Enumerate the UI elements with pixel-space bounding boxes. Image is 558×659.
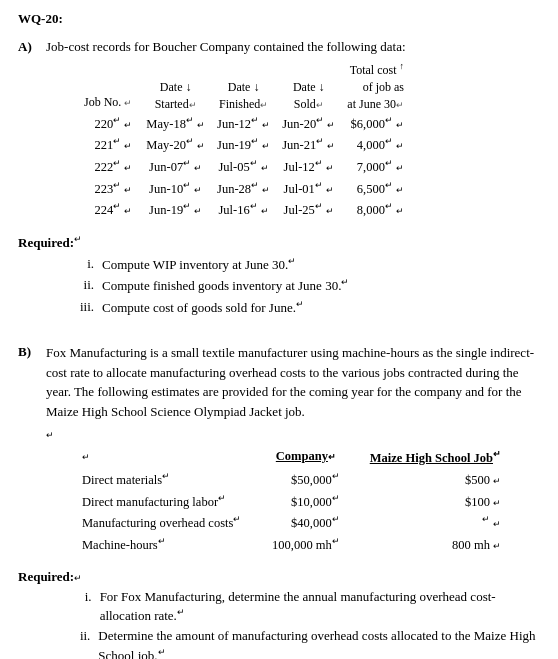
col-jobno: Job No. ↵ [84, 95, 132, 109]
table-row: 223↵ ↵ Jun-10↵ ↵ Jun-28↵ ↵ Jul-01↵ ↵ 6,5… [78, 178, 410, 200]
table-row: Manufacturing overhead costs↵ $40,000↵ ↵… [78, 512, 511, 534]
required-1-label: Required:↵ [18, 233, 540, 253]
table-row: 221↵ ↵ May-20↵ ↵ Jun-19↵ ↵ Jun-21↵ ↵ 4,0… [78, 134, 410, 156]
col-totalcost: at June 30↵ [347, 97, 404, 111]
col-sold: Sold↵ [294, 97, 324, 111]
required-2-label: Required:↵ [18, 568, 540, 586]
table-row: Direct manufacturing labor↵ $10,000↵ $10… [78, 491, 511, 513]
list-item: ii.Determine the amount of manufacturing… [66, 627, 540, 659]
section-a-label: A) [18, 38, 46, 56]
table-row: 222↵ ↵ Jun-07↵ ↵ Jul-05↵ ↵ Jul-12↵ ↵ 7,0… [78, 156, 410, 178]
table-row: 224↵ ↵ Jun-19↵ ↵ Jul-16↵ ↵ Jul-25↵ ↵ 8,0… [78, 199, 410, 221]
list-item: i.For Fox Manufacturing, determine the a… [66, 588, 540, 626]
col-company: Company [276, 449, 328, 463]
required-1-list: i.Compute WIP inventory at June 30.↵ii.C… [66, 255, 540, 318]
col-finished: Finished↵ [219, 97, 268, 111]
table-row: Direct materials↵ $50,000↵ $500 ↵ [78, 469, 511, 491]
table-row: 220↵ ↵ May-18↵ ↵ Jun-12↵ ↵ Jun-20↵ ↵ $6,… [78, 113, 410, 135]
list-item: ii.Compute finished goods inventory at J… [66, 276, 540, 296]
section-b-label: B) [18, 343, 46, 421]
col-maize: Maize High School Job [370, 451, 493, 465]
job-cost-table: Job No. ↵ Date ↓ Started↵ Date ↓ Finishe… [78, 60, 410, 221]
section-b-text: Fox Manufacturing is a small textile man… [46, 343, 540, 421]
doc-header: WQ-20: [18, 10, 540, 28]
cost-table: ↵ Company↵ Maize High School Job↵ Direct… [78, 447, 511, 555]
required-2-list: i.For Fox Manufacturing, determine the a… [66, 588, 540, 659]
col-started: Started↵ [155, 97, 197, 111]
section-a-intro: Job-cost records for Boucher Company con… [46, 38, 406, 56]
list-item: iii.Compute cost of goods sold for June.… [66, 298, 540, 318]
list-item: i.Compute WIP inventory at June 30.↵ [66, 255, 540, 275]
table-row: Machine-hours↵ 100,000 mh↵ 800 mh ↵ [78, 534, 511, 556]
